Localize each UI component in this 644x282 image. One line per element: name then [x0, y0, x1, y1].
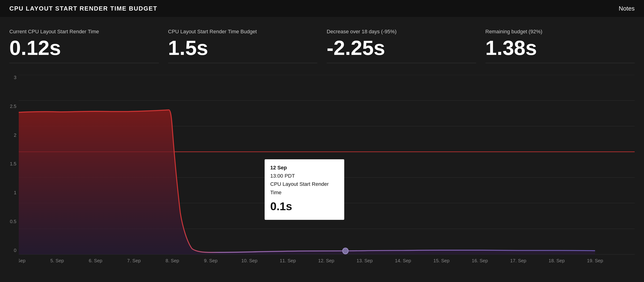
stat-budget-label: CPU Layout Start Render Time Budget	[168, 29, 318, 35]
svg-text:11. Sep: 11. Sep	[280, 258, 296, 263]
svg-point-25	[342, 248, 348, 254]
tooltip-time: 13:00 PDT	[270, 172, 339, 180]
svg-text:13. Sep: 13. Sep	[357, 258, 373, 263]
svg-text:4. Sep: 4. Sep	[19, 258, 26, 263]
tooltip-metric: CPU Layout Start Render Time	[270, 180, 339, 196]
y-label-2-5: 2.5	[2, 104, 16, 109]
y-label-2: 2	[2, 132, 16, 138]
notes-button[interactable]: Notes	[619, 5, 635, 12]
svg-text:8. Sep: 8. Sep	[166, 258, 179, 263]
tooltip-value: 0.1s	[270, 198, 339, 216]
stat-remaining-label: Remaining budget (92%)	[486, 29, 635, 35]
stat-budget-value: 1.5s	[168, 38, 318, 58]
svg-text:7. Sep: 7. Sep	[127, 258, 141, 263]
svg-text:12. Sep: 12. Sep	[318, 258, 334, 263]
svg-text:14. Sep: 14. Sep	[395, 258, 411, 263]
page-title: CPU LAYOUT START RENDER TIME BUDGET	[9, 5, 157, 12]
stat-decrease-label: Decrease over 18 days (-95%)	[327, 29, 476, 35]
svg-text:9. Sep: 9. Sep	[204, 258, 218, 263]
stat-remaining: Remaining budget (92%) 1.38s	[486, 29, 635, 63]
chart-area: 3 2.5 2 1.5 1 0.5 0	[19, 75, 635, 267]
svg-text:6. Sep: 6. Sep	[89, 258, 102, 263]
svg-text:16. Sep: 16. Sep	[472, 258, 488, 263]
stat-remaining-value: 1.38s	[486, 38, 635, 58]
svg-text:18. Sep: 18. Sep	[549, 258, 565, 263]
y-label-0-5: 0.5	[2, 219, 16, 224]
page-header: CPU LAYOUT START RENDER TIME BUDGET Note…	[0, 0, 644, 17]
svg-text:10. Sep: 10. Sep	[242, 258, 258, 263]
y-label-1: 1	[2, 190, 16, 195]
stat-current-value: 0.12s	[9, 38, 159, 58]
stat-current: Current CPU Layout Start Render Time 0.1…	[9, 29, 159, 63]
stats-row: Current CPU Layout Start Render Time 0.1…	[0, 17, 644, 70]
y-axis: 3 2.5 2 1.5 1 0.5 0	[2, 75, 16, 267]
svg-text:15. Sep: 15. Sep	[434, 258, 450, 263]
stat-budget: CPU Layout Start Render Time Budget 1.5s	[168, 29, 318, 63]
stat-current-label: Current CPU Layout Start Render Time	[9, 29, 159, 35]
stat-decrease: Decrease over 18 days (-95%) -2.25s	[327, 29, 476, 63]
svg-text:19. Sep: 19. Sep	[587, 258, 603, 263]
tooltip-date: 12 Sep	[270, 164, 339, 172]
y-label-0: 0	[2, 248, 16, 253]
chart-tooltip: 12 Sep 13:00 PDT CPU Layout Start Render…	[265, 159, 344, 220]
svg-text:5. Sep: 5. Sep	[50, 258, 64, 263]
y-label-1-5: 1.5	[2, 161, 16, 167]
y-label-3: 3	[2, 75, 16, 80]
stat-decrease-value: -2.25s	[327, 38, 476, 58]
svg-text:17. Sep: 17. Sep	[510, 258, 526, 263]
